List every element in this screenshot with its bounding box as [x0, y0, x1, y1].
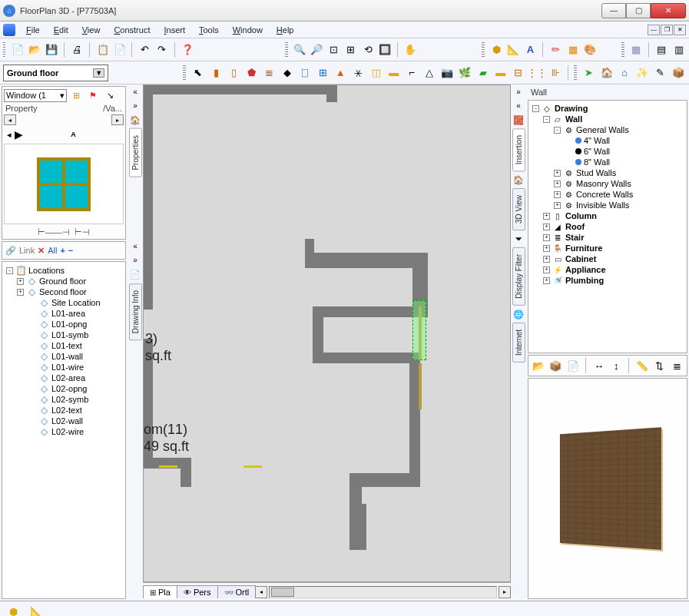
- cat-mirror-button[interactable]: ↕: [609, 357, 624, 374]
- undo-button[interactable]: ↶: [137, 41, 152, 58]
- tree-row[interactable]: ◇L02-wall: [4, 416, 124, 426]
- expand-icon[interactable]: +: [543, 245, 550, 252]
- vtab-internet[interactable]: Internet: [512, 323, 525, 363]
- survey-tool[interactable]: ⚹: [350, 65, 366, 81]
- tree-row[interactable]: +◇Second floor: [4, 286, 124, 297]
- add-button[interactable]: +: [60, 246, 65, 255]
- joist-tool[interactable]: ▬: [386, 65, 402, 81]
- deck-tool[interactable]: ⊟: [511, 65, 526, 81]
- 3d-vtab-icon[interactable]: 🏠: [512, 174, 525, 186]
- collapse-left-bot-icon[interactable]: «: [130, 241, 141, 252]
- open-button[interactable]: 📂: [28, 41, 42, 58]
- menu-help[interactable]: Help: [270, 24, 300, 36]
- close-button[interactable]: ✕: [651, 3, 686, 18]
- toolbar-grip[interactable]: [621, 42, 624, 58]
- print-button[interactable]: 🖨: [70, 41, 84, 58]
- tree-row[interactable]: 6" Wall: [530, 146, 685, 157]
- tree-row[interactable]: ◇L02-symb: [4, 394, 124, 405]
- new-button[interactable]: 📄: [10, 41, 25, 58]
- menu-view[interactable]: View: [76, 24, 107, 36]
- tree-row[interactable]: 8" Wall: [530, 157, 685, 167]
- expand-icon[interactable]: +: [17, 289, 24, 296]
- tree-row[interactable]: -⚙General Walls: [530, 124, 685, 135]
- floorplan-canvas[interactable]: 3) sq.ft om(11) 49 sq.ft: [143, 84, 511, 582]
- tree-row[interactable]: +⚡Appliance: [530, 264, 685, 275]
- zoom-out-button[interactable]: 🔎: [310, 41, 324, 58]
- tree-row[interactable]: +⚙Stud Walls: [530, 167, 685, 178]
- expand-icon[interactable]: +: [543, 213, 550, 220]
- toolbar-grip[interactable]: [482, 42, 484, 58]
- mdi-restore-button[interactable]: ❐: [661, 25, 673, 35]
- menu-edit[interactable]: Edit: [48, 24, 75, 36]
- tree-row[interactable]: ◇L02-wire: [4, 426, 124, 437]
- toolbar-grip[interactable]: [3, 42, 5, 58]
- scroll-left-button[interactable]: ◂: [4, 114, 16, 125]
- layers-button[interactable]: ▤: [654, 41, 669, 58]
- expand-icon[interactable]: -: [532, 105, 539, 112]
- vtab-insertion[interactable]: Insertion: [512, 128, 525, 171]
- toolbar-grip[interactable]: [285, 42, 287, 58]
- cat-sort-button[interactable]: ⇅: [652, 357, 667, 374]
- remove-button[interactable]: −: [68, 246, 73, 255]
- selection-rect[interactable]: [412, 300, 426, 360]
- info-vtab-icon[interactable]: 📄: [129, 269, 141, 281]
- stair-tool[interactable]: ≣: [261, 65, 277, 81]
- expand-icon[interactable]: +: [543, 224, 550, 230]
- expand-icon[interactable]: +: [554, 170, 561, 177]
- wall-tool[interactable]: ▮: [208, 65, 224, 81]
- internet-vtab-icon[interactable]: 🌐: [512, 308, 525, 320]
- collapse-right-icon[interactable]: »: [513, 86, 524, 97]
- insert-vtab-icon[interactable]: 🧱: [512, 114, 525, 126]
- camera-tool[interactable]: 📷: [439, 65, 455, 81]
- collapse-left-top-icon[interactable]: «: [130, 86, 141, 97]
- menu-tools[interactable]: Tools: [193, 24, 225, 36]
- tree-row[interactable]: ◇L02-text: [4, 405, 124, 416]
- mdi-minimize-button[interactable]: —: [648, 25, 660, 35]
- expand-icon[interactable]: +: [543, 234, 550, 241]
- expand-icon[interactable]: -: [554, 127, 561, 134]
- 3d-toggle-button[interactable]: ⬢: [5, 604, 22, 617]
- prop-filter-button[interactable]: ⊞: [68, 88, 84, 102]
- paste-button[interactable]: 📄: [112, 41, 127, 58]
- tree-row[interactable]: -▱Wall: [530, 114, 685, 124]
- object-selector[interactable]: Window (1▾: [4, 89, 67, 102]
- collapse-right-icon2[interactable]: «: [513, 100, 524, 111]
- tree-row[interactable]: ◇L02-area: [4, 373, 124, 383]
- vtab-3dview[interactable]: 3D View: [512, 188, 525, 230]
- cat-list-button[interactable]: ≣: [669, 357, 684, 374]
- rail-tool[interactable]: ⊪: [548, 65, 563, 81]
- tree-row[interactable]: -📋Locations: [4, 265, 124, 276]
- truss-tool[interactable]: △: [422, 65, 437, 81]
- path-tool[interactable]: ▬: [493, 65, 508, 81]
- vtab-properties[interactable]: Properties: [129, 128, 142, 177]
- tab-perspective[interactable]: 👁 Pers: [177, 585, 218, 598]
- tree-row[interactable]: ◇L01-wall: [4, 351, 124, 362]
- edit-button[interactable]: ✎: [652, 65, 667, 81]
- zoom-window-button[interactable]: ⊡: [326, 41, 341, 58]
- cat-new-button[interactable]: 📄: [565, 357, 581, 374]
- grid-button[interactable]: ▦: [629, 41, 644, 58]
- expand-icon[interactable]: +: [543, 267, 550, 273]
- house-wizard-button[interactable]: 🏠: [599, 65, 614, 81]
- select-tool[interactable]: ⬉: [190, 65, 206, 81]
- expand-icon[interactable]: -: [6, 267, 13, 274]
- cat-box-button[interactable]: 📦: [548, 357, 564, 374]
- beam-tool[interactable]: ◫: [369, 65, 384, 81]
- expand-icon[interactable]: +: [554, 180, 561, 187]
- tab-ortho[interactable]: 👓 Ortl: [217, 585, 257, 598]
- expand-icon[interactable]: +: [543, 277, 550, 284]
- mdi-close-button[interactable]: ✕: [674, 25, 686, 35]
- schedule-button[interactable]: ▦: [565, 41, 580, 58]
- menu-window[interactable]: Window: [227, 24, 269, 36]
- cat-flip-button[interactable]: ↔: [591, 357, 607, 374]
- collapse-left-bot-icon2[interactable]: »: [130, 255, 141, 266]
- estimate-button[interactable]: ➤: [581, 65, 597, 81]
- prop-pick-button[interactable]: ↘: [102, 88, 118, 102]
- tree-row[interactable]: +◢Roof: [530, 221, 685, 232]
- prev-arrow-icon[interactable]: ◂: [7, 130, 12, 140]
- tree-row[interactable]: ◇L01-text: [4, 340, 124, 351]
- 3d-view-button[interactable]: ⬢: [489, 41, 504, 58]
- palette-button[interactable]: 🎨: [582, 41, 597, 58]
- floor-selector[interactable]: Ground floor ▼: [3, 65, 108, 81]
- scroll-right-button[interactable]: ▸: [111, 114, 124, 125]
